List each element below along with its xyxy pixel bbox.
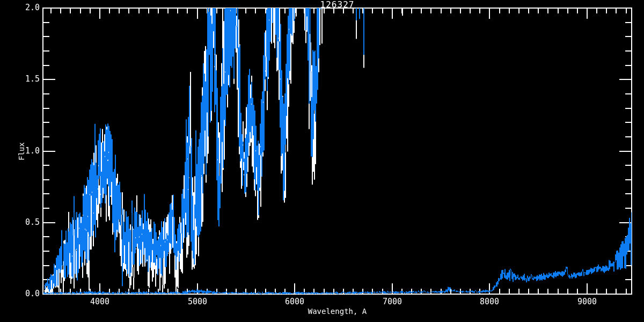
x-tick-label: 8000 [471,297,508,306]
x-tick-label: 7000 [374,297,411,306]
x-tick-label: 9000 [568,297,606,306]
x-axis-label: Wavelength, A [43,306,632,316]
x-tick-label: 6000 [276,297,313,306]
x-tick-label: 5000 [179,297,216,306]
y-tick-label: 0.0 [14,289,40,298]
y-tick-label: 1.0 [14,146,40,156]
spectrum-plot-canvas [0,0,644,322]
y-tick-label: 1.5 [14,74,40,84]
y-tick-label: 0.5 [14,217,40,227]
plot-title: 126327 [43,0,632,10]
x-tick-label: 4000 [81,297,119,306]
spectrum-figure: 126327 Wavelength, A Flux 40005000600070… [0,0,644,322]
y-tick-label: 2.0 [14,3,40,12]
